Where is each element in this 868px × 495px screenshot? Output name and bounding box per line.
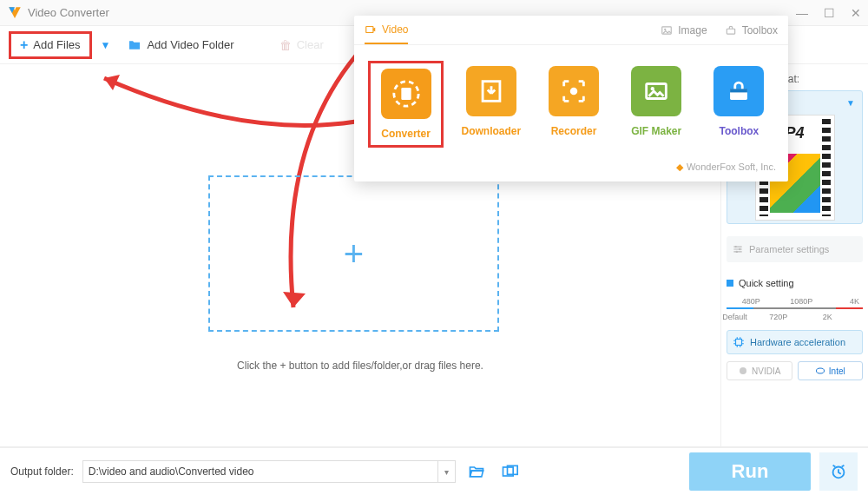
alarm-icon [829,462,848,481]
tick-1080p: 1080P [790,297,812,306]
intel-icon [815,366,825,376]
svg-point-5 [740,367,746,374]
tool-gifmaker[interactable]: GIF Maker [621,61,692,148]
add-folder-label: Add Video Folder [147,38,233,51]
schedule-button[interactable] [819,452,858,491]
tool-recorder[interactable]: Recorder [538,61,608,148]
tab-video[interactable]: Video [365,16,408,44]
merge-button[interactable] [497,459,522,484]
svg-rect-18 [730,89,747,92]
square-bullet-icon [727,280,733,287]
svg-rect-7 [366,26,373,32]
annotation-arrow-1 [87,61,365,148]
svg-rect-10 [727,29,734,34]
gpu-chips: NVIDIA Intel [727,361,863,380]
tick-default: Default [722,313,747,321]
svg-point-6 [816,368,824,373]
bottom-bar: Output folder: ▾ Run [0,446,868,495]
popup-tabs: Video Image Toolbox [354,16,788,45]
hw-label: Hardware acceleration [750,337,845,347]
quick-setting-label: Quick setting [739,278,794,288]
downloader-icon [477,76,506,106]
app-logo-icon [7,5,23,21]
chevron-down-icon: ▼ [846,98,855,108]
window-controls: — ☐ ✕ [796,6,861,20]
add-video-folder-button[interactable]: Add Video Folder [119,34,242,56]
run-button[interactable]: Run [689,452,811,491]
maximize-button[interactable]: ☐ [824,6,835,20]
app-window: Video Converter — ☐ ✕ + Add Files ▼ Add … [0,0,868,495]
image-icon [661,24,673,36]
dropzone-hint: Click the + button to add files/folder,o… [0,360,720,372]
flame-icon: ◆ [676,162,683,172]
tab-toolbox[interactable]: Toolbox [725,16,778,44]
quality-slider[interactable]: 480P 1080P 4K Default 720P 2K [727,295,863,321]
tick-480p: 480P [742,297,760,306]
toolbox-tool-icon [724,76,753,106]
toolbox-icon [725,24,737,36]
svg-point-9 [664,28,666,30]
tool-converter[interactable]: Converter [368,61,444,148]
minimize-button[interactable]: — [796,6,808,20]
svg-point-14 [570,88,578,96]
clear-button[interactable]: 🗑 Clear [271,34,332,56]
gifmaker-icon [641,76,671,106]
nvidia-chip[interactable]: NVIDIA [727,361,792,380]
quick-setting: Quick setting 480P 1080P 4K Default 720P… [727,278,863,321]
tick-720p: 720P [769,313,787,321]
chip-icon [733,336,745,348]
popup-footer: ◆WonderFox Soft, Inc. [354,156,788,182]
tick-4k: 4K [850,297,859,306]
drop-zone[interactable]: + [208,175,499,332]
popup-tools: Converter Downloader Recorder GIF Maker … [354,45,788,156]
tool-downloader[interactable]: Downloader [456,61,526,148]
add-files-label: Add Files [33,38,80,51]
nvidia-icon [738,366,748,376]
sliders-icon [732,243,744,255]
parameter-settings-button[interactable]: Parameter settings [727,236,863,262]
param-label: Parameter settings [749,244,829,254]
run-label: Run [732,460,769,483]
output-folder-label: Output folder: [10,465,74,478]
svg-point-16 [651,87,654,90]
output-folder-input[interactable] [83,461,437,482]
hardware-acceleration-button[interactable]: Hardware acceleration [727,330,863,354]
open-folder-button[interactable] [464,459,489,484]
recorder-icon [559,76,589,106]
trash-icon: 🗑 [279,38,292,52]
add-files-dropdown[interactable]: ▼ [101,39,111,51]
plus-icon: + [20,38,28,52]
converter-icon [391,79,421,109]
svg-rect-12 [401,88,411,100]
close-button[interactable]: ✕ [851,6,861,20]
tool-toolbox[interactable]: Toolbox [704,61,774,148]
tick-2k: 2K [823,313,832,321]
video-icon [365,23,377,36]
svg-point-1 [735,246,737,248]
svg-point-2 [739,248,740,250]
dropzone-plus-icon: + [344,234,364,274]
merge-icon [501,463,518,480]
svg-rect-4 [736,340,742,346]
module-popup: Video Image Toolbox Converter Downloader [354,16,788,182]
output-folder-path: ▾ [82,460,456,483]
open-folder-icon [468,463,485,480]
svg-point-3 [736,251,738,253]
tab-image[interactable]: Image [661,16,707,44]
output-folder-dropdown[interactable]: ▾ [437,461,455,482]
add-files-button[interactable]: + Add Files [9,31,92,59]
intel-chip[interactable]: Intel [798,361,864,380]
folder-icon [128,38,141,52]
clear-label: Clear [297,38,324,51]
